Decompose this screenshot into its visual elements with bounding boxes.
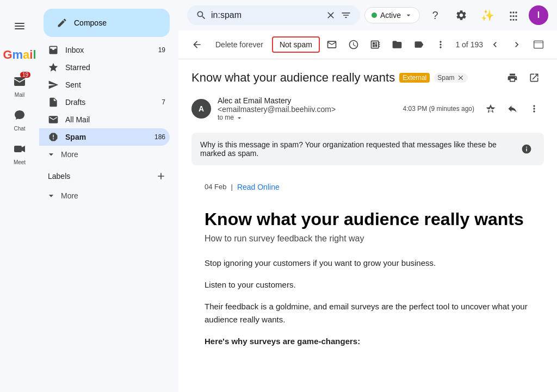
- email-time: 4:03 PM (9 minutes ago): [403, 105, 474, 113]
- add-label-button[interactable]: [152, 167, 170, 185]
- add-to-tasks-button[interactable]: [366, 35, 385, 54]
- email-action-icons: [481, 99, 544, 119]
- email-toolbar: Delete forever Not spam 1 of 193: [178, 30, 557, 59]
- drafts-count: 7: [162, 98, 165, 106]
- svg-rect-2: [15, 28, 24, 29]
- email-subject: Know what your audience really wants: [191, 71, 395, 85]
- nav-mail-label: Mail: [15, 92, 24, 98]
- page-info: 1 of 193: [455, 40, 483, 49]
- hamburger-menu[interactable]: [7, 13, 33, 39]
- email-para-1: Stop ignoring your customers if you want…: [205, 257, 531, 270]
- inbox-count: 19: [158, 46, 165, 54]
- nav-more-1[interactable]: More: [39, 146, 178, 163]
- compose-label: Compose: [74, 18, 107, 27]
- mark-as-button[interactable]: [322, 35, 342, 54]
- spam-info-icon[interactable]: [518, 139, 535, 159]
- sender-info: Alec at Email Mastery <emailmastery@mail…: [218, 96, 397, 122]
- reply-button[interactable]: [503, 99, 522, 119]
- email-date-line: 04 Feb | Read Online: [205, 183, 531, 191]
- search-input[interactable]: in:spam: [211, 10, 321, 20]
- sidebar: Compose Inbox 19 Starred Sent Drafts 7 A…: [39, 0, 178, 392]
- email-para-3: Their feedback is a goldmine, and email …: [205, 300, 531, 326]
- search-icon: [196, 10, 207, 21]
- email-subheading: How to run survey feedback the right way: [205, 234, 531, 244]
- nav-all-mail-label: All Mail: [65, 115, 165, 124]
- nav-sent-label: Sent: [65, 80, 165, 89]
- nav-inbox[interactable]: Inbox 19: [39, 41, 170, 59]
- email-header: Know what your audience really wants Ext…: [178, 59, 557, 128]
- apps-button[interactable]: [503, 4, 524, 26]
- email-body: 04 Feb | Read Online Know what your audi…: [178, 170, 557, 370]
- tag-external: External: [399, 73, 430, 83]
- snooze-button[interactable]: [344, 35, 363, 54]
- email-content: Know what your audience really wants Ext…: [178, 59, 557, 392]
- nav-starred-label: Starred: [65, 63, 165, 72]
- filter-icon[interactable]: [341, 10, 351, 21]
- active-label: Active: [380, 11, 401, 20]
- nav-sent[interactable]: Sent: [39, 76, 170, 94]
- compose-button[interactable]: Compose: [44, 9, 170, 37]
- nav-spam[interactable]: Spam 186: [39, 128, 170, 146]
- nav-meet-label: Meet: [14, 159, 26, 165]
- more-email-options[interactable]: [524, 99, 544, 119]
- label-button[interactable]: [409, 35, 429, 54]
- not-spam-button[interactable]: Not spam: [272, 36, 320, 53]
- nav-meet[interactable]: Meet: [0, 138, 39, 170]
- spam-count: 186: [154, 133, 165, 141]
- settings-button[interactable]: [450, 4, 472, 26]
- nav-inbox-label: Inbox: [65, 46, 152, 54]
- page-nav: 1 of 193: [455, 35, 548, 54]
- open-in-new-button[interactable]: [524, 68, 544, 88]
- clear-search-icon[interactable]: [325, 10, 336, 21]
- active-dot: [372, 13, 377, 18]
- email-para-4: Here's why surveys are game-changers:: [205, 335, 531, 348]
- email-subject-line: Know what your audience really wants Ext…: [191, 68, 544, 88]
- read-online-link[interactable]: Read Online: [237, 183, 280, 191]
- move-to-button[interactable]: [387, 35, 407, 54]
- email-heading: Know what your audience really wants: [205, 209, 531, 229]
- nav-starred[interactable]: Starred: [39, 59, 170, 76]
- svg-rect-3: [14, 77, 25, 86]
- nav-drafts[interactable]: Drafts 7: [39, 94, 170, 111]
- nav-chat[interactable]: Chat: [0, 104, 39, 136]
- nav-all-mail[interactable]: All Mail: [39, 111, 170, 128]
- print-button[interactable]: [503, 68, 522, 88]
- next-email-button[interactable]: [507, 35, 527, 54]
- star-button[interactable]: [481, 99, 500, 119]
- svg-rect-4: [14, 146, 22, 152]
- nav-spam-label: Spam: [65, 133, 148, 141]
- labels-section: Labels: [39, 163, 178, 187]
- more-options-button[interactable]: [431, 35, 450, 54]
- more-label-2: More: [61, 191, 78, 200]
- sender-to[interactable]: to me: [218, 114, 397, 122]
- spam-warning-text: Why is this message in spam? Your organi…: [200, 140, 518, 158]
- svg-rect-1: [15, 26, 24, 27]
- main-content: in:spam Active ? ✨ I Delete: [178, 0, 557, 392]
- more-label-1: More: [61, 150, 78, 159]
- email-para-2: Listen to your customers.: [205, 278, 531, 291]
- prev-email-button[interactable]: [485, 35, 505, 54]
- nav-mail[interactable]: 19 Mail: [0, 71, 39, 102]
- sender-name: Alec at Email Mastery <emailmastery@mail…: [218, 96, 397, 114]
- search-bar: in:spam: [187, 5, 360, 25]
- user-avatar[interactable]: I: [529, 5, 548, 25]
- gmail-logo: Gmail: [3, 48, 36, 62]
- delete-forever-button[interactable]: Delete forever: [209, 37, 270, 52]
- labels-title: Labels: [48, 172, 70, 181]
- nav-more-2[interactable]: More: [39, 187, 178, 204]
- help-button[interactable]: ?: [424, 4, 446, 26]
- mail-badge: 19: [20, 72, 30, 78]
- top-bar-right: Active ? ✨ I: [364, 4, 548, 26]
- delete-forever-label: Delete forever: [215, 40, 263, 49]
- active-status-button[interactable]: Active: [364, 7, 420, 23]
- spam-warning: Why is this message in spam? Your organi…: [191, 133, 544, 165]
- ai-button[interactable]: ✨: [476, 4, 498, 26]
- back-button[interactable]: [187, 35, 207, 54]
- svg-rect-0: [15, 23, 24, 24]
- email-date: 04 Feb: [205, 183, 226, 191]
- sender-row: A Alec at Email Mastery <emailmastery@ma…: [191, 94, 544, 124]
- nav-drafts-label: Drafts: [65, 98, 155, 107]
- more-view-button[interactable]: [529, 35, 548, 54]
- left-nav: Gmail 19 Mail Chat Meet: [0, 0, 39, 392]
- sender-avatar: A: [191, 99, 211, 119]
